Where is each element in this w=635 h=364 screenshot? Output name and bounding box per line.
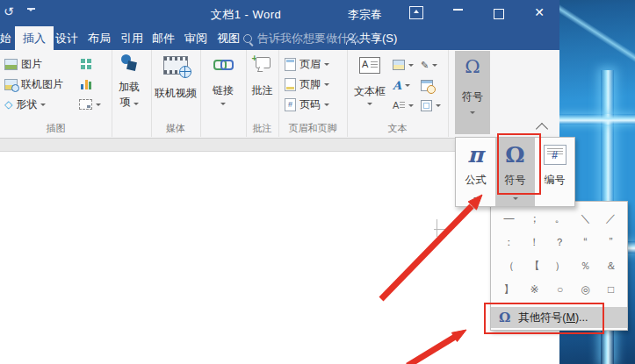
signature-line-button[interactable]: ✎ — [421, 57, 437, 73]
comment-button[interactable]: + 批注 — [250, 54, 274, 98]
maximize-button[interactable] — [487, 7, 510, 23]
symbol-cell[interactable]: 。 — [547, 207, 573, 231]
symbol-cell[interactable]: — — [496, 207, 522, 231]
pi-icon: π — [456, 142, 495, 168]
dropdown-arrow-icon — [220, 103, 226, 105]
symbol-cell[interactable]: ！ — [522, 231, 547, 254]
online-video-button[interactable]: 联机视频 — [156, 54, 195, 101]
symbol-cell[interactable]: （ — [496, 254, 522, 278]
online-pictures-button[interactable]: 联机图片 — [4, 76, 63, 92]
page-corner-mark — [437, 219, 437, 237]
symbol-cell[interactable]: ＼ — [573, 207, 598, 231]
addins-label-line2: 项 — [119, 95, 138, 110]
group-media: 联机视频 媒体 — [151, 50, 201, 137]
dropdown-arrow-icon — [405, 84, 410, 87]
minimize-button[interactable] — [446, 5, 469, 21]
addins-icon — [119, 54, 139, 75]
symbol-cell[interactable]: ： — [496, 231, 522, 254]
tab-view[interactable]: 视图 — [209, 26, 248, 50]
title-bar: ↺ 文档1 - Word 李宗春 ✕ — [0, 0, 559, 26]
ribbon-tab-row: 始 插入 设计 布局 引用 邮件 审阅 视图 告诉我你想要做什么 共享(S) — [0, 26, 559, 50]
addins-button[interactable]: 加载 项 — [119, 54, 140, 110]
symbol-cell[interactable]: ） — [547, 254, 573, 278]
equation-label: 公式 — [456, 173, 495, 188]
wallpaper-light-beam — [552, 3, 635, 76]
symbol-cell[interactable]: ？ — [547, 231, 573, 254]
symbol-cell[interactable]: ○ — [547, 278, 573, 302]
symbols-button-pressed[interactable]: Ω 符号 — [455, 51, 490, 134]
page-number-label: 页码 — [299, 97, 321, 112]
dropdown-arrow-icon — [470, 111, 475, 114]
shapes-button[interactable]: ◇ 形状 — [4, 96, 46, 112]
symbol-cell[interactable]: “ — [573, 231, 598, 254]
object-icon — [421, 100, 432, 111]
signature-line-icon: ✎ — [421, 61, 429, 70]
tell-me-text: 告诉我你想要做什么 — [257, 26, 360, 50]
symbols-label: 符号 — [455, 89, 490, 104]
online-video-icon — [163, 56, 188, 75]
ribbon-display-options-icon[interactable] — [409, 6, 423, 19]
dropdown-arrow-icon — [432, 64, 437, 67]
symbol-cell[interactable]: 【 — [522, 254, 547, 278]
textbox-button[interactable]: 文本框 — [352, 54, 387, 105]
object-button[interactable] — [421, 97, 441, 113]
group-label-media: 媒体 — [151, 122, 200, 135]
screenshot-button[interactable] — [79, 96, 101, 112]
page-number-button[interactable]: 页码 — [285, 96, 329, 112]
share-button[interactable]: 共享(S) — [346, 26, 397, 50]
group-label-illustrations: 插图 — [0, 122, 112, 135]
tell-me-box[interactable]: 告诉我你想要做什么 — [243, 26, 360, 50]
picture-icon — [4, 59, 18, 70]
dropdown-arrow-icon — [40, 103, 46, 106]
dropdown-arrow-icon — [133, 103, 139, 105]
numbering-icon — [544, 145, 566, 165]
symbols-dropdown-menu: π 公式 Ω 符号 编号 — [455, 137, 575, 207]
footer-icon — [285, 78, 296, 91]
comment-icon: + — [254, 56, 271, 69]
chart-button[interactable] — [81, 76, 91, 92]
menu-item-numbering[interactable]: 编号 — [535, 138, 574, 206]
quick-parts-icon — [393, 60, 405, 70]
dropdown-arrow-icon — [473, 197, 479, 200]
signed-in-user[interactable]: 李宗春 — [348, 7, 382, 23]
symbol-cell[interactable]: ◎ — [573, 278, 598, 302]
menu-item-symbol[interactable]: Ω 符号 — [495, 138, 535, 206]
group-comments: + 批注 批注 — [246, 50, 279, 137]
symbol-cell[interactable]: □ — [598, 278, 624, 302]
smartart-button[interactable] — [81, 56, 91, 72]
screenshot-icon — [79, 99, 92, 110]
symbol-cell[interactable]: ” — [598, 231, 624, 254]
symbol-cell[interactable]: ％ — [573, 254, 598, 278]
more-symbols-label: 其他符号(M)... — [518, 310, 588, 325]
pictures-button[interactable]: 图片 — [4, 56, 42, 72]
dropdown-arrow-icon — [96, 103, 101, 106]
menu-item-equation[interactable]: π 公式 — [456, 138, 495, 206]
symbol-label: 符号 — [495, 173, 535, 188]
wordart-button[interactable]: A — [393, 77, 410, 93]
symbol-cell[interactable]: ； — [522, 207, 547, 231]
addins-label-line1: 加载 — [119, 80, 140, 95]
omega-icon: Ω — [499, 310, 510, 325]
quick-parts-button[interactable] — [393, 57, 414, 73]
drop-cap-button[interactable] — [393, 97, 414, 113]
header-button[interactable]: 页眉 — [285, 56, 329, 72]
dropdown-arrow-icon — [367, 103, 372, 105]
close-button[interactable]: ✕ — [527, 5, 552, 19]
symbol-cell[interactable]: ／ — [598, 207, 624, 231]
drop-cap-icon — [393, 101, 405, 111]
page-number-icon — [285, 98, 296, 111]
more-symbols-item[interactable]: Ω 其他符号(M)... — [491, 307, 627, 328]
date-time-button[interactable] — [421, 77, 433, 93]
tab-home-cropped[interactable]: 始 — [0, 26, 15, 50]
footer-button[interactable]: 页脚 — [285, 76, 329, 92]
dropdown-arrow-icon — [436, 104, 441, 107]
shapes-icon: ◇ — [4, 99, 12, 110]
link-button[interactable]: 链接 — [209, 54, 237, 105]
online-picture-icon — [4, 79, 18, 90]
wordart-icon: A — [393, 80, 401, 91]
symbol-cell[interactable]: 】 — [496, 278, 522, 302]
symbol-cell[interactable]: ＆ — [598, 254, 624, 278]
group-label-text: 文本 — [347, 122, 448, 135]
symbol-cell[interactable]: ※ — [522, 278, 547, 302]
collapse-ribbon-icon[interactable] — [536, 123, 548, 135]
